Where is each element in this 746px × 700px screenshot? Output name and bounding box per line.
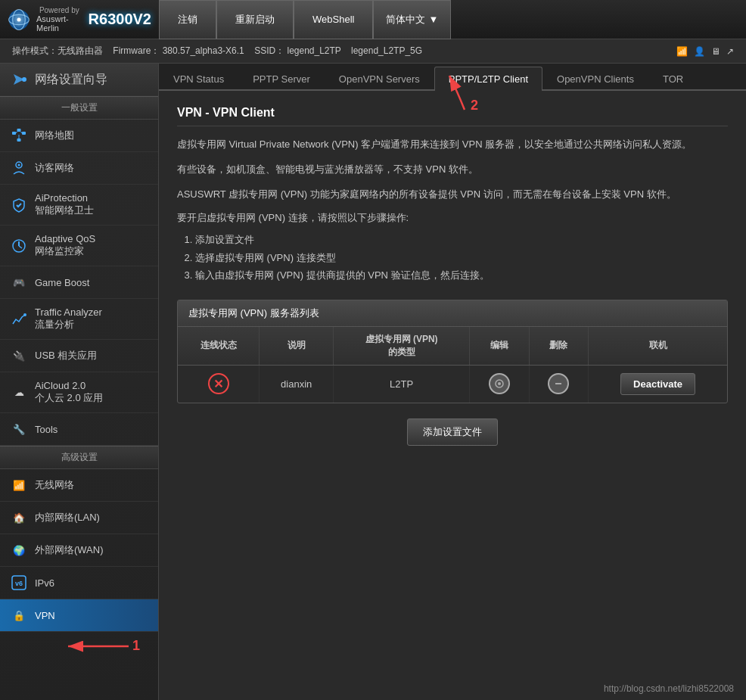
vpn-label: VPN xyxy=(35,610,55,621)
tab-pptp-server[interactable]: PPTP Server xyxy=(238,67,325,91)
aicloud-icon: ☁ xyxy=(11,384,27,401)
tab-vpn-status[interactable]: VPN Status xyxy=(159,67,238,91)
svg-rect-6 xyxy=(17,129,21,132)
step-3: 输入由虚拟专用网 (VPN) 提供商提供的 VPN 验证信息，然后连接。 xyxy=(195,266,728,284)
sidebar-item-game-boost[interactable]: 🎮 Game Boost xyxy=(0,266,158,299)
sidebar-item-wireless[interactable]: 📶 无线网络 xyxy=(0,469,158,502)
svg-point-13 xyxy=(18,164,20,166)
network-map-icon xyxy=(11,127,27,144)
watermark: http://blog.csdn.net/lizhi8522008 xyxy=(604,683,734,694)
wireless-label: 无线网络 xyxy=(35,478,74,492)
lan-icon: 🏠 xyxy=(11,509,27,526)
model-name: R6300V2 xyxy=(89,11,151,28)
language-selector[interactable]: 简体中文 ▼ xyxy=(373,0,451,39)
svg-point-21 xyxy=(498,382,501,385)
tab-pptp-l2tp-client[interactable]: PPTP/L2TP Client xyxy=(434,67,542,91)
traffic-analyzer-label: Traffic Analyzer流量分析 xyxy=(35,306,102,331)
aiprotection-icon xyxy=(11,197,27,213)
game-boost-icon: 🎮 xyxy=(11,274,27,291)
header-buttons: 注销 重新启动 WebShell 简体中文 ▼ xyxy=(159,0,746,39)
description3: ASUSWRT 虚拟专用网 (VPN) 功能为家庭网络内的所有设备提供 VPN … xyxy=(177,187,728,203)
col-description: 说明 xyxy=(260,327,334,366)
edit-button[interactable] xyxy=(489,373,510,394)
wifi-status-icon: 📶 xyxy=(676,46,688,57)
deactivate-button[interactable]: Deactivate xyxy=(620,373,695,395)
tab-openvpn-servers[interactable]: OpenVPN Servers xyxy=(325,67,434,91)
traffic-analyzer-icon xyxy=(11,311,27,328)
adaptive-qos-icon xyxy=(11,238,27,254)
tab-openvpn-clients[interactable]: OpenVPN Clients xyxy=(542,67,648,91)
ssid-link1[interactable]: legend_L2TP xyxy=(287,45,340,56)
wireless-icon: 📶 xyxy=(11,477,27,493)
monitor-status-icon: 🖥 xyxy=(711,46,720,57)
sidebar-item-usb-apps[interactable]: 🔌 USB 相关应用 xyxy=(0,340,158,372)
svg-rect-7 xyxy=(22,132,26,135)
main-layout: 网络设置向导 一般设置 网络地图 xyxy=(0,64,746,700)
add-config-button[interactable]: 添加设置文件 xyxy=(407,418,498,446)
vpn-table-header-row: 连线状态 说明 虚拟专用网 (VPN)的类型 编辑 xyxy=(178,327,727,366)
row-edit[interactable] xyxy=(469,365,529,403)
vpn-icon: 🔒 xyxy=(11,607,27,624)
top-header: Powered by Asuswrt-Merlin R6300V2 注销 重新启… xyxy=(0,0,746,39)
adaptive-qos-label: Adaptive QoS网络监控家 xyxy=(35,233,95,258)
powered-by-brand: Asuswrt-Merlin xyxy=(36,14,82,33)
status-bar: 操作模式：无线路由器 Firmware： 380.57_alpha3-X6.1 … xyxy=(0,39,746,64)
share-status-icon: ↗ xyxy=(726,46,734,57)
wizard-label: 网络设置向导 xyxy=(35,72,107,88)
description1: 虚拟专用网 Virtual Private Network (VPN) 客户端通… xyxy=(177,137,728,153)
sidebar-item-network-map[interactable]: 网络地图 xyxy=(0,120,158,152)
sidebar: 网络设置向导 一般设置 网络地图 xyxy=(0,64,159,700)
webshell-button[interactable]: WebShell xyxy=(294,0,373,39)
chevron-down-icon: ▼ xyxy=(428,14,438,25)
tabs-bar: VPN Status PPTP Server OpenVPN Servers P… xyxy=(159,64,746,91)
guest-network-icon xyxy=(11,160,27,176)
sidebar-item-traffic-analyzer[interactable]: Traffic Analyzer流量分析 xyxy=(0,299,158,340)
row-status: ✕ xyxy=(178,365,260,403)
content-body: 2 VPN - VPN Client 虚拟专用网 Virtual Private… xyxy=(159,91,746,461)
user-status-icon: 👤 xyxy=(694,46,705,57)
ipv6-label: IPv6 xyxy=(35,577,54,589)
sidebar-item-tools[interactable]: 🔧 Tools xyxy=(0,413,158,446)
usb-apps-icon: 🔌 xyxy=(11,347,27,364)
row-action[interactable]: Deactivate xyxy=(589,365,727,403)
sidebar-item-aicloud[interactable]: ☁ AiCloud 2.0个人云 2.0 应用 xyxy=(0,372,158,413)
tab-tor[interactable]: TOR xyxy=(648,67,698,91)
ssid-link2[interactable]: legend_L2TP_5G xyxy=(351,45,422,56)
vpn-table-container: 虚拟专用网 (VPN) 服务器列表 连线状态 说明 虚拟专用网 (VPN)的类型 xyxy=(177,300,728,403)
reboot-button[interactable]: 重新启动 xyxy=(216,0,294,39)
ssid-label: SSID： xyxy=(254,45,284,56)
step-2: 选择虚拟专用网 (VPN) 连接类型 xyxy=(195,249,728,266)
language-label: 简体中文 xyxy=(386,13,425,26)
mode-label: 操作模式：无线路由器 xyxy=(12,45,103,56)
page-title: VPN - VPN Client xyxy=(177,106,728,126)
ipv6-icon: v6 xyxy=(11,574,27,591)
status-inactive-icon: ✕ xyxy=(208,373,229,394)
col-delete: 删除 xyxy=(529,327,589,366)
sidebar-item-lan[interactable]: 🏠 内部网络(LAN) xyxy=(0,502,158,534)
sidebar-item-adaptive-qos[interactable]: Adaptive QoS网络监控家 xyxy=(0,226,158,266)
powered-by-label: Powered by xyxy=(39,6,79,14)
svg-point-3 xyxy=(17,17,21,21)
sidebar-item-guest-network[interactable]: 访客网络 xyxy=(0,152,158,185)
step-1: 添加设置文件 xyxy=(195,231,728,248)
wan-icon: 🌍 xyxy=(11,542,27,558)
col-action: 联机 xyxy=(589,327,727,366)
sidebar-item-wizard[interactable]: 网络设置向导 xyxy=(0,64,158,96)
logo-area: Powered by Asuswrt-Merlin R6300V2 xyxy=(0,6,159,33)
svg-rect-8 xyxy=(17,138,21,142)
tools-label: Tools xyxy=(35,424,58,435)
sidebar-item-aiprotection[interactable]: AiProtection智能网络卫士 xyxy=(0,185,158,226)
sidebar-item-vpn[interactable]: 🔒 VPN xyxy=(0,599,158,632)
content-area: VPN Status PPTP Server OpenVPN Servers P… xyxy=(159,64,746,700)
steps-list: 添加设置文件 选择虚拟专用网 (VPN) 连接类型 输入由虚拟专用网 (VPN)… xyxy=(177,231,728,284)
row-delete[interactable] xyxy=(529,365,589,403)
logout-button[interactable]: 注销 xyxy=(159,0,216,39)
sidebar-item-ipv6[interactable]: v6 IPv6 xyxy=(0,567,158,599)
svg-point-15 xyxy=(23,313,26,316)
delete-button[interactable] xyxy=(548,373,569,394)
row-description: dianxin xyxy=(260,365,334,403)
vpn-table-header: 虚拟专用网 (VPN) 服务器列表 xyxy=(178,300,727,327)
firmware-link[interactable]: 380.57_alpha3-X6.1 xyxy=(163,45,244,56)
sidebar-item-wan[interactable]: 🌍 外部网络(WAN) xyxy=(0,534,158,567)
network-map-label: 网络地图 xyxy=(35,129,74,142)
